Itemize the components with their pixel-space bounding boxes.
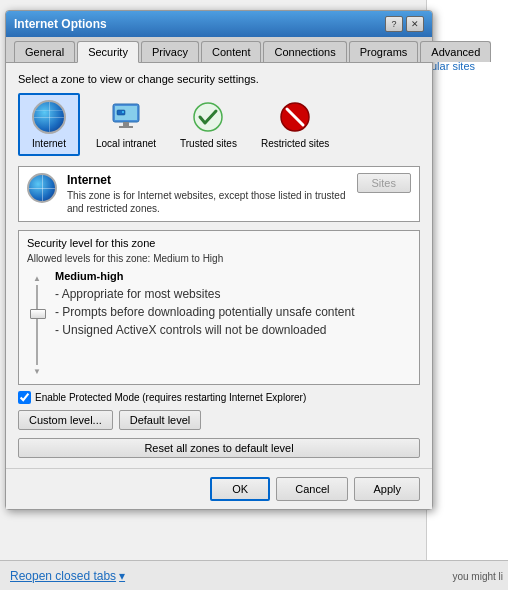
custom-level-button[interactable]: Custom level...: [18, 410, 113, 430]
title-bar-controls: ? ✕: [385, 16, 424, 32]
level-title: Medium-high: [55, 270, 411, 282]
restricted-sites-icon: [277, 99, 313, 135]
reopen-tabs-btn[interactable]: Reopen closed tabs ▾: [10, 569, 125, 583]
svg-point-5: [122, 111, 124, 113]
tab-advanced[interactable]: Advanced: [420, 41, 491, 62]
zone-trusted-label: Trusted sites: [180, 138, 237, 150]
help-button[interactable]: ?: [385, 16, 403, 32]
tabs-bar: General Security Privacy Content Connect…: [6, 37, 432, 63]
sites-button[interactable]: Sites: [357, 173, 411, 193]
you-might-text: you might li: [452, 571, 503, 582]
internet-options-dialog: Internet Options ? ✕ General Security Pr…: [5, 10, 433, 510]
zone-trusted-sites[interactable]: Trusted sites: [172, 93, 245, 156]
bottom-bar: Reopen closed tabs ▾ you might li: [0, 560, 508, 590]
trusted-sites-icon: [190, 99, 226, 135]
svg-rect-3: [119, 126, 133, 128]
zone-info-title: Internet: [67, 173, 349, 187]
zone-info-panel: Internet This zone is for Internet websi…: [18, 166, 420, 222]
zone-internet[interactable]: Internet: [18, 93, 80, 156]
title-bar: Internet Options ? ✕: [6, 11, 432, 37]
zone-info-icon: [27, 173, 59, 205]
zone-local-intranet[interactable]: Local intranet: [88, 93, 164, 156]
slider-line: [36, 285, 38, 365]
tab-programs[interactable]: Programs: [349, 41, 419, 62]
security-section-title: Security level for this zone: [27, 237, 411, 249]
slider-container: ▲ ▼ Medium-high - Appropriate for most w…: [27, 270, 411, 376]
slider-handle[interactable]: [30, 309, 46, 319]
zone-restricted-label: Restricted sites: [261, 138, 329, 150]
level-desc-3: - Unsigned ActiveX controls will not be …: [55, 322, 411, 339]
reset-all-button[interactable]: Reset all zones to default level: [18, 438, 420, 458]
level-desc-2: - Prompts before downloading potentially…: [55, 304, 411, 321]
level-description: - Appropriate for most websites - Prompt…: [55, 286, 411, 338]
slider-track: ▲ ▼: [27, 270, 47, 376]
zone-description: Select a zone to view or change security…: [18, 73, 420, 85]
zone-info-text: Internet This zone is for Internet websi…: [67, 173, 349, 215]
tab-general[interactable]: General: [14, 41, 75, 62]
apply-button[interactable]: Apply: [354, 477, 420, 501]
ok-button[interactable]: OK: [210, 477, 270, 501]
cancel-button[interactable]: Cancel: [276, 477, 348, 501]
zone-internet-label: Internet: [32, 138, 66, 150]
internet-icon: [31, 99, 67, 135]
tab-privacy[interactable]: Privacy: [141, 41, 199, 62]
protected-mode-checkbox[interactable]: [18, 391, 31, 404]
close-button[interactable]: ✕: [406, 16, 424, 32]
allowed-levels-text: Allowed levels for this zone: Medium to …: [27, 253, 411, 264]
protected-mode-label: Enable Protected Mode (requires restarti…: [35, 392, 306, 403]
dialog-content: Select a zone to view or change security…: [6, 63, 432, 468]
tab-connections[interactable]: Connections: [263, 41, 346, 62]
security-level-text: Medium-high - Appropriate for most websi…: [55, 270, 411, 339]
zone-info-desc: This zone is for Internet websites, exce…: [67, 189, 349, 215]
zone-local-intranet-label: Local intranet: [96, 138, 156, 150]
level-desc-1: - Appropriate for most websites: [55, 286, 411, 303]
tab-security[interactable]: Security: [77, 41, 139, 63]
dialog-title: Internet Options: [14, 17, 107, 31]
security-buttons: Custom level... Default level: [18, 410, 420, 430]
dialog-footer: OK Cancel Apply: [6, 468, 432, 509]
zone-restricted-sites[interactable]: Restricted sites: [253, 93, 337, 156]
svg-point-6: [194, 103, 222, 131]
intranet-icon: [108, 99, 144, 135]
browser-sidebar: ular sites: [426, 0, 508, 590]
protected-mode-row: Enable Protected Mode (requires restarti…: [18, 391, 420, 404]
zones-container: Internet Local intranet: [18, 93, 420, 156]
security-section: Security level for this zone Allowed lev…: [18, 230, 420, 385]
default-level-button[interactable]: Default level: [119, 410, 202, 430]
svg-rect-2: [123, 122, 129, 126]
tab-content[interactable]: Content: [201, 41, 262, 62]
